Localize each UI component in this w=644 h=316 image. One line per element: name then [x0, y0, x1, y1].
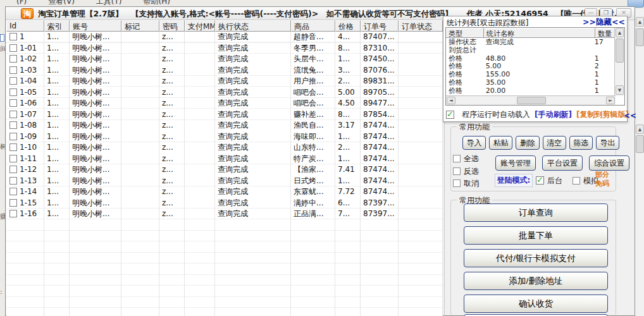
table-row[interactable]: 1-081...明晚小树...z...查询完成渔民自...3.1787474..… [6, 120, 443, 131]
row-checkbox[interactable] [9, 33, 17, 40]
row-checkbox[interactable] [9, 44, 17, 52]
action-button-代付/银行卡模拟支付[interactable]: 代付/银行卡模拟支付 [464, 249, 608, 267]
column-header-1[interactable]: 索引 [44, 20, 70, 32]
login-option-checkbox[interactable] [573, 177, 580, 185]
column-header-6[interactable]: 执行状态 [215, 20, 291, 32]
column-header-2[interactable]: 账号 [70, 20, 121, 32]
stats-row[interactable]: 价格5.002 [446, 62, 612, 70]
table-row[interactable]: 1-161...明晚小树...z...查询完成正品满...7...87397..… [6, 209, 443, 220]
scroll-down-icon[interactable]: ▼ [616, 85, 624, 95]
stats-row[interactable]: 到货总计 [446, 46, 612, 54]
row-checkbox[interactable] [9, 177, 17, 185]
stats-row[interactable]: 操作状态查询完成17 [446, 38, 612, 46]
column-header-8[interactable]: 价格 [335, 20, 361, 32]
column-header-5[interactable]: 支付MM [185, 20, 215, 32]
table-row[interactable]: 1-031...明晚小树...z...查询完成流氓兔...3...87076..… [6, 65, 443, 76]
checkbox-取消[interactable]: 取消 [453, 178, 479, 189]
stats-hide-link[interactable]: >>隐藏<< [583, 17, 625, 28]
row-checkbox[interactable] [9, 143, 17, 151]
cell-status: 查询完成 [215, 186, 291, 198]
table-row[interactable]: 1-061...明晚小树...z...查询完成唱吧会...4.5089477..… [6, 98, 443, 109]
copy-clipboard-link[interactable]: [复制到剪辑版] [576, 109, 629, 120]
row-checkbox[interactable] [9, 66, 17, 74]
row-checkbox[interactable] [9, 166, 17, 173]
row-checkbox[interactable] [9, 210, 17, 217]
table-row[interactable]: 1-021...明晚小树...z...查询完成头层牛...1...87450..… [6, 54, 443, 65]
table-row[interactable]: 1-111...明晚小树...z...查询完成特产炭...1...87474..… [6, 154, 443, 165]
row-checkbox[interactable] [9, 111, 17, 118]
stats-horizontal-scrollbar[interactable]: ◄ ► [446, 95, 616, 105]
row-checkbox[interactable] [9, 77, 17, 85]
stats-column-header-0[interactable]: 类型 [446, 28, 484, 38]
button-账号管理[interactable]: 账号管理 [495, 155, 536, 171]
checkbox-box[interactable] [453, 167, 461, 175]
stats-column-header-1[interactable]: 统计名称 [484, 28, 595, 38]
scroll-up-icon[interactable]: ▲ [616, 28, 624, 37]
row-checkbox[interactable] [9, 99, 17, 107]
table-row[interactable]: 1-101...明晚小树...z...查询完成山东特...2...87474..… [6, 142, 443, 154]
login-option-后台[interactable]: 后台 [536, 176, 562, 186]
button-清空[interactable]: 清空 [543, 136, 566, 150]
button-综合设置[interactable]: 综合设置 [589, 155, 629, 171]
cell-product: 海味即... [291, 131, 335, 143]
column-header-9[interactable]: 订单号 [361, 20, 399, 32]
action-button-批量下单[interactable]: 批量下单 [464, 226, 608, 245]
scrollbar-thumb[interactable] [636, 135, 644, 153]
checkbox-反选[interactable]: 反选 [453, 166, 479, 177]
stats-vertical-scrollbar[interactable]: ▲ ▼ [614, 28, 624, 96]
row-checkbox[interactable] [9, 133, 17, 140]
button-平台设置[interactable]: 平台设置 [542, 155, 583, 171]
table-row[interactable]: 1-041...明晚小树...z...查询完成用户推...2...89831..… [6, 76, 443, 87]
login-mode-label[interactable]: 登陆模式: [495, 174, 533, 187]
action-button-确认收货[interactable]: 确认收货 [464, 295, 608, 313]
scrollbar-thumb[interactable] [636, 28, 644, 46]
button-导出[interactable]: 导出 [596, 136, 619, 150]
row-checkbox[interactable] [9, 88, 17, 96]
table-row[interactable]: 1-151...明晚小树...z...查询完成满婷中...6...87397..… [6, 198, 443, 209]
table-row[interactable]: 1-091...明晚小树...z...查询完成海味即...1...87474..… [6, 131, 443, 143]
column-header-7[interactable]: 商品 [291, 20, 335, 32]
button-粘贴[interactable]: 粘贴 [489, 136, 512, 150]
button-删除[interactable]: 删除 [516, 136, 539, 150]
scroll-left-icon[interactable]: ◄ [447, 97, 455, 104]
row-checkbox[interactable] [9, 199, 17, 207]
stats-column-header-2[interactable]: 数量 [595, 28, 616, 38]
row-checkbox[interactable] [9, 55, 17, 63]
checkbox-box[interactable] [453, 179, 461, 187]
manual-refresh-link[interactable]: [手动刷新] [535, 109, 572, 120]
stats-row[interactable]: 价格35.001 [446, 78, 612, 87]
column-header-4[interactable]: 密码 [159, 20, 185, 32]
table-row[interactable]: 1-121...明晚小树...z...查询完成【渔家...7.4187474..… [6, 164, 443, 176]
table-row[interactable]: 1-011...明晚小树...z...查询完成冬季男...8...87310..… [6, 43, 443, 54]
action-button-添加/删除地址[interactable]: 添加/删除地址 [464, 272, 608, 290]
stats-row[interactable]: 价格48.801 [446, 54, 612, 63]
scroll-up-icon[interactable]: ▲ [636, 17, 644, 27]
stats-row[interactable]: 价格20.001 [446, 87, 612, 95]
table-row[interactable]: 1-131...明晚小树...z...查询完成日式烤...1...87474..… [6, 176, 443, 187]
background-scrollbar[interactable]: ▲ ▲ [635, 9, 644, 316]
button-筛选[interactable]: 筛选 [569, 136, 593, 150]
row-checkbox[interactable] [9, 188, 17, 195]
checkbox-全选[interactable]: 全选 [453, 154, 479, 164]
scroll-right-icon[interactable]: ► [606, 97, 615, 104]
stats-row[interactable]: 价格155.001 [446, 70, 612, 78]
table-row[interactable]: 1-071...明晚小树...z...查询完成赚补差...8...87854..… [6, 109, 443, 121]
checkbox-box[interactable] [453, 155, 461, 162]
column-header-10[interactable]: 订单状态 [399, 20, 443, 32]
table-row[interactable]: 1-051...明晚小树...z...查询完成唱吧会...5.0089705..… [6, 87, 443, 99]
scrollbar-thumb[interactable] [616, 39, 624, 63]
cell-index: 1... [44, 98, 70, 109]
table-row[interactable]: 1-141...明晚小树...z...查询完成东霖鱿...7.7287474..… [6, 186, 443, 198]
column-header-3[interactable]: 标记 [121, 20, 159, 32]
login-option-模拟[interactable]: 模拟 [573, 176, 598, 186]
row-checkbox[interactable] [9, 155, 17, 162]
table-row[interactable]: 11...明晚小树...z...查询完成超静音...4...87407... [6, 32, 443, 43]
button-导入[interactable]: 导入 [462, 136, 486, 150]
scrollbar-thumb[interactable] [517, 97, 546, 104]
column-header-0[interactable]: Id [6, 20, 44, 32]
login-option-checkbox[interactable] [536, 176, 544, 185]
row-checkbox[interactable] [9, 121, 17, 129]
action-button-订单查询[interactable]: 订单查询 [464, 204, 608, 222]
autoload-checkbox[interactable] [446, 111, 454, 119]
scroll-up-icon[interactable]: ▲ [636, 125, 644, 134]
